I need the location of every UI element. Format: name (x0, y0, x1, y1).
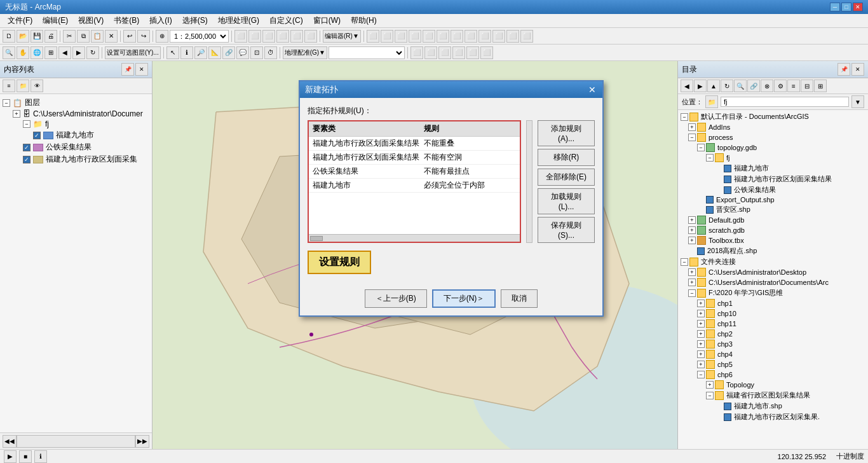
cat-scratch-gdb[interactable]: + scratch.gdb (679, 225, 867, 235)
cat-fujian-city[interactable]: 福建九地市 (679, 163, 867, 174)
railway-checkbox[interactable]: ✓ (23, 144, 31, 151)
defaultgdb-expand[interactable]: + (688, 216, 696, 224)
menu-file[interactable]: 文件(F) (3, 14, 37, 27)
cat-options-btn[interactable]: ⚙ (774, 79, 787, 92)
remove-all-btn[interactable]: 全部移除(E) (538, 169, 595, 186)
fj-cat-expand[interactable]: − (706, 154, 714, 162)
maximize-button[interactable]: □ (841, 3, 851, 11)
toc-path-item[interactable]: + 🗄 C:\Users\Administrator\Documer (13, 109, 149, 119)
cat-desktop[interactable]: + C:\Users\Administrator\Desktop (679, 267, 867, 277)
georef-btn4[interactable]: ⬜ (452, 46, 465, 59)
cat-fujian-shp[interactable]: 福建九地市.shp (679, 401, 867, 411)
globe-btn[interactable]: 🌐 (31, 46, 43, 59)
prev-step-btn[interactable]: ＜上一步(B) (365, 289, 427, 308)
tb-btn8[interactable]: ⬜ (290, 30, 303, 43)
map-area[interactable]: 新建拓扑 ✕ 指定拓扑规则(U)： 要素类 规则 福建九地市行政区划面采集结果 (153, 61, 677, 449)
menu-customize[interactable]: 自定义(C) (264, 14, 308, 27)
cut-btn[interactable]: ✂ (63, 30, 76, 43)
cat-connect-btn[interactable]: 🔗 (747, 79, 760, 92)
tb-btn21[interactable]: ⬜ (520, 30, 533, 43)
new-btn[interactable]: 🗋 (3, 30, 15, 43)
cat-chp4[interactable]: + chp4 (679, 349, 867, 359)
toc-nav-btn1[interactable]: ◀◀ (3, 435, 17, 448)
tb-btn19[interactable]: ⬜ (492, 30, 505, 43)
rules-row-3[interactable]: 福建九地市 必须完全位于内部 (309, 179, 520, 193)
toc-admin-layer[interactable]: ✓ 福建九地市行政区划面采集 (23, 153, 149, 165)
identify-btn[interactable]: ℹ (180, 46, 193, 59)
cat-search-btn[interactable]: 🔍 (734, 79, 747, 92)
cat-toolbox[interactable]: + Toolbox.tbx (679, 235, 867, 245)
add-rule-btn[interactable]: 添加规则(A)... (538, 120, 595, 146)
chp6-expand[interactable]: − (697, 371, 705, 378)
menu-edit[interactable]: 编辑(E) (37, 14, 73, 27)
hyperlink-btn[interactable]: 🔗 (222, 46, 235, 59)
save-btn[interactable]: 💾 (31, 30, 43, 43)
list-by-visibility-btn[interactable]: 👁 (31, 79, 43, 92)
cat-gisthink[interactable]: − F:\2020 年学习\GIS思维 (679, 287, 867, 298)
html-popup-btn[interactable]: ⊡ (250, 46, 263, 59)
time-btn[interactable]: ⏱ (264, 46, 277, 59)
cat-chp2[interactable]: + chp2 (679, 329, 867, 339)
close-button[interactable]: ✕ (853, 3, 863, 11)
menu-select[interactable]: 选择(S) (177, 14, 213, 27)
tb-btn17[interactable]: ⬜ (465, 30, 477, 43)
status-info-btn[interactable]: ℹ (34, 450, 47, 463)
cat-up-btn[interactable]: ▲ (707, 79, 720, 92)
editor-dropdown[interactable]: 编辑器(R)▼ (323, 30, 361, 43)
chp3-expand[interactable]: + (697, 340, 705, 348)
folderconn-expand[interactable]: − (681, 258, 688, 266)
menu-insert[interactable]: 插入(I) (144, 14, 177, 27)
toc-close-btn[interactable]: ✕ (135, 63, 148, 76)
status-play-btn[interactable]: ▶ (4, 450, 17, 463)
chp1-expand[interactable]: + (697, 300, 705, 307)
tb-btn5[interactable]: ⬜ (248, 30, 261, 43)
cat-jinan[interactable]: 晋安区.shp (679, 204, 867, 215)
process-expand[interactable]: − (688, 134, 696, 141)
topgdb-expand[interactable]: − (697, 144, 705, 151)
cat-fj[interactable]: − fj (679, 153, 867, 163)
catalog-close-btn[interactable]: ✕ (851, 63, 864, 76)
menu-view[interactable]: 视图(V) (73, 14, 109, 27)
paste-btn[interactable]: 📋 (91, 30, 104, 43)
georef-btn1[interactable]: ⬜ (410, 46, 423, 59)
remove-rule-btn[interactable]: 移除(R) (538, 149, 595, 166)
cat-refresh-btn[interactable]: ↻ (721, 79, 733, 92)
documents-expand[interactable]: + (688, 279, 696, 286)
chp11-expand[interactable]: + (697, 320, 705, 328)
rules-scrollbar-v[interactable] (526, 120, 532, 243)
rules-row-0[interactable]: 福建九地市行政区划面采集结果 不能重叠 (309, 137, 520, 151)
load-rule-btn[interactable]: 加载规则(L)... (538, 188, 595, 214)
refresh-btn[interactable]: ↻ (86, 46, 99, 59)
toc-pin-btn[interactable]: 📌 (121, 63, 134, 76)
dialog-close-btn[interactable]: ✕ (587, 85, 597, 95)
tb-btn11[interactable]: ⬜ (381, 30, 393, 43)
layers-expand[interactable]: − (3, 99, 10, 107)
tb-btn10[interactable]: ⬜ (367, 30, 379, 43)
cat-forward-btn[interactable]: ▶ (694, 79, 707, 92)
set-rules-btn[interactable]: 设置规则 (308, 251, 371, 274)
menu-window[interactable]: 窗口(W) (308, 14, 346, 27)
workspace-expand[interactable]: − (681, 113, 688, 121)
scroll-thumb[interactable] (310, 236, 323, 241)
georef-btn2[interactable]: ⬜ (424, 46, 437, 59)
cat-disconnect-btn[interactable]: ⊗ (761, 79, 773, 92)
path-expand[interactable]: + (13, 110, 20, 118)
cat-chp5[interactable]: + chp5 (679, 359, 867, 370)
tb-btn6[interactable]: ⬜ (262, 30, 275, 43)
list-by-source-btn[interactable]: 📁 (17, 79, 29, 92)
fullextent-btn[interactable]: ⊞ (44, 46, 57, 59)
maptips-btn[interactable]: 💬 (236, 46, 249, 59)
tb-btn20[interactable]: ⬜ (506, 30, 519, 43)
cat-documents[interactable]: + C:\Users\Administrator\Documents\Arc (679, 277, 867, 287)
cat-fujian-province[interactable]: − 福建省行政区图划采集结果 (679, 390, 867, 401)
chp4-expand[interactable]: + (697, 350, 705, 358)
georef-btn5[interactable]: ⬜ (466, 46, 479, 59)
cat-default-gdb[interactable]: + Default.gdb (679, 215, 867, 225)
tb-btn14[interactable]: ⬜ (423, 30, 435, 43)
georef-combo[interactable] (329, 46, 405, 59)
tb-btn18[interactable]: ⬜ (478, 30, 491, 43)
measure-btn[interactable]: 📐 (208, 46, 221, 59)
scale-combo[interactable]: 1：2,500,000 (170, 30, 229, 43)
cat-elevation[interactable]: 2018高程点.shp (679, 245, 867, 256)
chp2-expand[interactable]: + (697, 330, 705, 338)
